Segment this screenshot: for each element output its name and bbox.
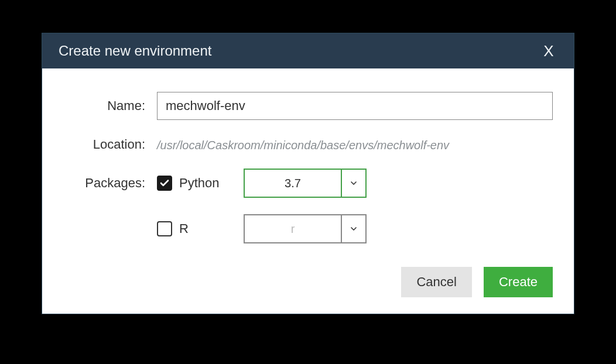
- dialog-titlebar: Create new environment X: [42, 33, 574, 68]
- close-icon: X: [543, 42, 553, 60]
- package-row-python: Packages: Python 3.7: [63, 169, 553, 198]
- python-label: Python: [179, 176, 244, 191]
- dialog-body: Name: Location: /usr/local/Caskroom/mini…: [42, 68, 574, 314]
- python-version-value: 3.7: [245, 170, 342, 197]
- python-checkbox[interactable]: [157, 176, 172, 191]
- dialog-footer: Cancel Create: [63, 243, 553, 297]
- r-version-value: r: [245, 215, 342, 242]
- name-row: Name:: [63, 92, 553, 120]
- checkmark-icon: [159, 178, 170, 188]
- packages-block: Packages: Python 3.7: [63, 169, 553, 243]
- close-button[interactable]: X: [540, 42, 557, 60]
- location-value: /usr/local/Caskroom/miniconda/base/envs/…: [157, 136, 553, 152]
- r-checkbox[interactable]: [157, 221, 172, 236]
- name-label: Name:: [63, 98, 157, 114]
- r-label: R: [179, 221, 244, 236]
- chevron-down-icon: [342, 215, 365, 242]
- dialog-title: Create new environment: [59, 43, 211, 59]
- packages-label: Packages:: [63, 176, 157, 191]
- create-button[interactable]: Create: [484, 267, 553, 297]
- python-version-select[interactable]: 3.7: [244, 169, 367, 198]
- chevron-down-icon: [342, 170, 365, 197]
- location-label: Location:: [63, 137, 157, 152]
- name-input[interactable]: [157, 92, 553, 120]
- cancel-button[interactable]: Cancel: [401, 267, 471, 297]
- r-version-select[interactable]: r: [244, 214, 367, 243]
- location-row: Location: /usr/local/Caskroom/miniconda/…: [63, 136, 553, 152]
- package-row-r: R r: [63, 214, 553, 243]
- create-environment-dialog: Create new environment X Name: Location:…: [42, 33, 574, 314]
